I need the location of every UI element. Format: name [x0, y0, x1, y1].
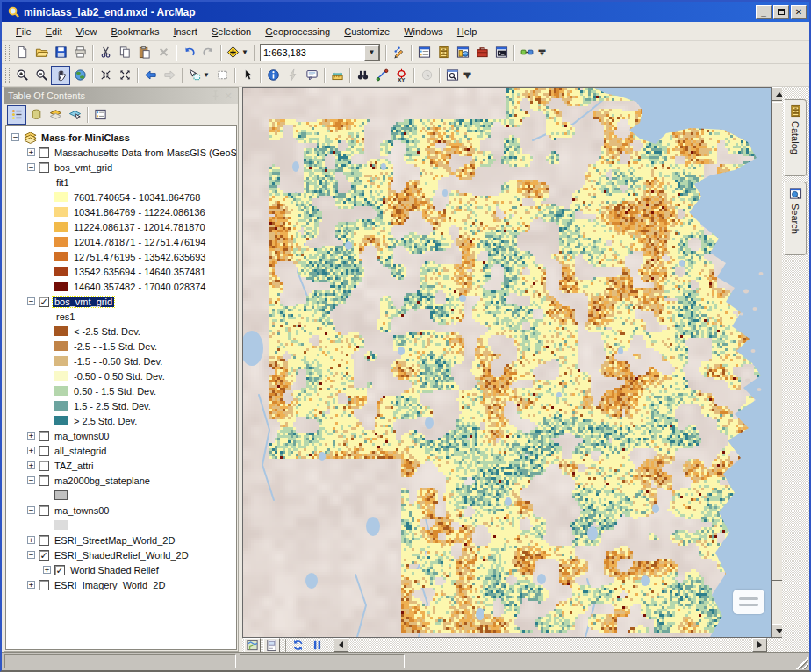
layer-checkbox[interactable] [39, 162, 49, 173]
toc-tree-row[interactable]: -0.50 - 0.50 Std. Dev. [6, 368, 236, 383]
menu-insert[interactable]: Insert [166, 25, 205, 39]
tree-item-label[interactable]: 14640.357482 - 17040.028374 [72, 282, 207, 292]
menu-selection[interactable]: Selection [205, 25, 258, 39]
list-by-visibility-button[interactable] [46, 105, 65, 125]
cut-button[interactable] [96, 43, 115, 62]
toolbar-grip[interactable] [5, 45, 10, 61]
scroll-right-button[interactable] [752, 638, 767, 652]
tab-catalog[interactable]: Catalog [784, 99, 807, 176]
titlebar[interactable]: miniclass_lab2_end.mxd - ArcMap _ ✕ [2, 2, 809, 22]
toc-close-icon[interactable]: ✕ [222, 90, 234, 102]
zoom-in-button[interactable] [12, 66, 32, 85]
tree-item-label[interactable]: Massachusetts Data from MassGIS (GeoS [53, 147, 237, 158]
fixed-zoom-in-button[interactable] [96, 66, 115, 85]
toc-tree-row[interactable] [6, 488, 236, 503]
toc-tree-row[interactable]: -2.5 - -1.5 Std. Dev. [6, 339, 236, 354]
paste-button[interactable] [134, 43, 154, 62]
collapse-icon[interactable]: − [27, 551, 35, 559]
dropdown-caret-icon[interactable]: ▼ [203, 71, 211, 79]
tree-item-label[interactable]: ESRI_StreetMap_World_2D [53, 535, 176, 546]
back-arrow-button[interactable] [140, 66, 160, 85]
toc-tree-row[interactable]: +✓World Shaded Relief [6, 562, 236, 577]
arccatalog-window-button[interactable] [453, 43, 472, 62]
undo-button[interactable] [179, 43, 198, 62]
tree-item-label[interactable]: < -2.5 Std. Dev. [72, 326, 142, 337]
menu-windows[interactable]: Windows [397, 25, 450, 39]
redo-button[interactable] [198, 43, 218, 62]
tree-item-label[interactable]: > 2.5 Std. Dev. [72, 416, 139, 426]
toc-tree-row[interactable]: 12751.476195 - 13542.635693 [6, 249, 236, 264]
toc-tree-row[interactable]: fit1 [6, 175, 236, 189]
toc-tree-row[interactable]: +ESRI_StreetMap_World_2D [6, 533, 236, 547]
map-viewport[interactable] [242, 87, 772, 638]
layout-view-button[interactable] [263, 638, 280, 653]
toolbar-grip[interactable] [5, 68, 10, 83]
modelbuilder-button[interactable] [517, 43, 536, 62]
selected-layer-label[interactable]: bos_vmt_grid [53, 297, 114, 307]
scale-dropdown-button[interactable]: ▼ [364, 45, 379, 61]
expand-icon[interactable]: + [27, 536, 35, 544]
fixed-zoom-out-button[interactable] [115, 66, 134, 85]
go-to-xy-button[interactable]: XY [391, 66, 411, 85]
viewer-window-button[interactable] [442, 66, 462, 85]
full-extent-globe-button[interactable] [70, 66, 90, 85]
toc-tree-row[interactable]: 10341.864769 - 11224.086136 [6, 204, 236, 219]
catalog-cabinet-button[interactable] [434, 43, 453, 62]
tree-item-label[interactable]: ESRI_ShadedRelief_World_2D [53, 550, 190, 561]
toc-tree-row[interactable]: +ma_towns00 [6, 428, 236, 443]
toc-window-button[interactable] [414, 43, 434, 62]
find-route-button[interactable] [372, 66, 391, 85]
tree-item-label[interactable]: bos_vmt_grid [53, 162, 114, 173]
print-button[interactable] [70, 43, 90, 62]
tree-item-label[interactable]: -2.5 - -1.5 Std. Dev. [72, 341, 159, 352]
clear-selection-button[interactable] [212, 66, 232, 85]
toc-header[interactable]: Table Of Contents ✕ [4, 88, 238, 104]
expand-icon[interactable]: + [27, 432, 35, 440]
toc-tree-row[interactable]: 14640.357482 - 17040.028374 [6, 279, 236, 294]
menu-geoprocessing[interactable]: Geoprocessing [258, 25, 337, 39]
collapse-icon[interactable]: − [27, 506, 35, 514]
collapse-icon[interactable]: − [27, 476, 35, 484]
tree-item-label[interactable]: 11224.086137 - 12014.781870 [72, 222, 207, 232]
tree-item-label[interactable]: TAZ_attri [53, 461, 95, 471]
tab-search[interactable]: Search [784, 182, 807, 255]
dropdown-caret-icon[interactable]: ▼ [241, 48, 249, 56]
expand-icon[interactable]: + [27, 581, 35, 589]
expand-icon[interactable]: + [27, 461, 35, 469]
tree-item-label[interactable]: -0.50 - 0.50 Std. Dev. [72, 371, 167, 382]
minimize-button[interactable]: _ [756, 5, 772, 19]
editor-sketch-button[interactable] [389, 43, 408, 62]
toc-options-button[interactable] [90, 105, 110, 125]
identify-button[interactable] [263, 66, 283, 85]
toc-tree-row[interactable]: res1 [6, 309, 236, 324]
toc-tree-row[interactable]: −ma_towns00 [6, 503, 236, 518]
collapse-icon[interactable]: − [11, 133, 19, 141]
tree-item-label[interactable]: fit1 [54, 177, 71, 188]
resize-grip[interactable] [796, 657, 808, 669]
measure-ruler-button[interactable] [327, 66, 347, 85]
add-data-button[interactable]: ▼ [224, 43, 251, 62]
menu-help[interactable]: Help [450, 25, 484, 39]
list-by-selection-button[interactable] [65, 105, 84, 125]
collapse-icon[interactable]: − [27, 297, 35, 305]
toc-tree-row[interactable]: -1.5 - -0.50 Std. Dev. [6, 354, 236, 368]
pause-drawing-button[interactable] [309, 638, 326, 653]
time-slider-button[interactable] [417, 66, 436, 85]
list-by-source-button[interactable] [26, 105, 46, 125]
collapse-icon[interactable]: − [27, 163, 35, 171]
toc-tree-row[interactable]: 11224.086137 - 12014.781870 [6, 219, 236, 234]
hyperlink-lightning-button[interactable] [283, 66, 302, 85]
delete-button[interactable] [154, 43, 173, 62]
expand-icon[interactable]: + [43, 566, 51, 574]
tree-item-label[interactable]: ma_towns00 [53, 505, 111, 516]
list-by-drawing-order-button[interactable] [7, 105, 26, 125]
close-button[interactable]: ✕ [791, 5, 807, 19]
toc-tree-row[interactable]: 13542.635694 - 14640.357481 [6, 264, 236, 279]
tree-item-label[interactable]: 1.5 - 2.5 Std. Dev. [72, 401, 153, 411]
tree-item-label[interactable]: all_stategrid [53, 446, 108, 456]
menu-bookmarks[interactable]: Bookmarks [104, 25, 166, 39]
toolbar-overflow-button[interactable]: ▬▼ [462, 66, 473, 85]
toc-tree-row[interactable] [6, 518, 236, 533]
zoom-out-button[interactable] [32, 66, 51, 85]
toc-tree-row[interactable]: 0.50 - 1.5 Std. Dev. [6, 383, 236, 398]
